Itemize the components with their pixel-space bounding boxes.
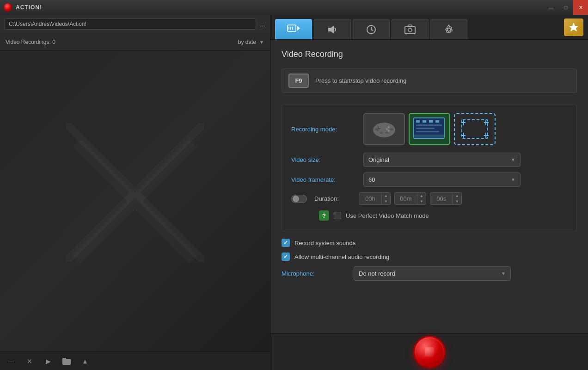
svg-point-26: [385, 132, 389, 134]
duration-hours-arrows: ▲ ▼: [381, 193, 390, 204]
svg-point-23: [388, 130, 390, 132]
recordings-count: Video Recordings: 0: [6, 39, 55, 45]
microphone-value: Do not record: [359, 270, 395, 277]
duration-label: Duration:: [314, 195, 351, 202]
svg-rect-27: [375, 128, 379, 130]
app-title: ACTION!: [16, 4, 42, 11]
mode-screen-button[interactable]: [409, 113, 450, 145]
svg-line-12: [371, 30, 373, 31]
recordings-header: Video Recordings: 0 by date ▼: [0, 33, 270, 51]
duration-toggle[interactable]: [291, 195, 307, 203]
hotkey-row: F9 Press to start/stop video recording: [282, 68, 577, 93]
video-size-arrow-icon: ▼: [511, 157, 515, 162]
record-button-highlight: [425, 347, 434, 357]
duration-minutes-down[interactable]: ▼: [417, 199, 426, 204]
path-options-button[interactable]: ...: [260, 20, 265, 28]
toolbar-play-button[interactable]: ▶: [42, 355, 55, 368]
video-framerate-arrow-icon: ▼: [511, 177, 515, 182]
tab-video[interactable]: [275, 19, 312, 39]
tab-audio[interactable]: [314, 19, 351, 39]
microphone-row: Microphone: Do not record ▼: [282, 266, 577, 281]
microphone-label: Microphone:: [282, 270, 346, 277]
duration-inputs: 00h ▲ ▼ 00m ▲ ▼: [359, 192, 462, 205]
svg-rect-29: [462, 120, 488, 138]
duration-hours-field: 00h ▲ ▼: [359, 192, 391, 205]
microphone-arrow-icon: ▼: [501, 271, 506, 276]
duration-seconds-arrows: ▲ ▼: [453, 193, 461, 204]
duration-seconds-field: 00s ▲ ▼: [430, 192, 462, 205]
duration-hours-value: 00h: [359, 193, 381, 204]
record-button[interactable]: [413, 336, 446, 368]
system-sounds-row: ✓ Record system sounds ✓ Allow multi-cha…: [282, 239, 577, 261]
record-system-sounds-checkbox[interactable]: ✓: [282, 239, 290, 247]
toolbar-remove-button[interactable]: ✕: [23, 355, 36, 368]
duration-hours-up[interactable]: ▲: [382, 193, 390, 199]
titlebar: ACTION! — □ ✕: [0, 0, 588, 15]
bottom-toolbar: — ✕ ▶ ▲: [0, 352, 270, 370]
perfect-match-label: Use Perfect Video Match mode: [346, 212, 429, 219]
hotkey-badge[interactable]: F9: [288, 74, 309, 88]
tab-screenshot[interactable]: [392, 19, 429, 39]
section-title: Video Recording: [282, 49, 577, 59]
svg-rect-28: [390, 128, 393, 130]
video-framerate-dropdown[interactable]: 60 ▼: [363, 173, 521, 187]
svg-rect-13: [405, 26, 415, 34]
titlebar-controls: — □ ✕: [544, 0, 588, 15]
svg-marker-5: [297, 26, 300, 31]
watermark: [0, 51, 270, 352]
video-size-dropdown[interactable]: Original ▼: [363, 153, 521, 167]
duration-row: Duration: 00h ▲ ▼ 00m ▲: [291, 192, 567, 205]
mode-gamepad-button[interactable]: [363, 113, 405, 145]
duration-minutes-up[interactable]: ▲: [417, 193, 426, 199]
sort-bar: by date ▼: [238, 39, 264, 45]
svg-point-16: [447, 28, 451, 31]
mode-region-button[interactable]: [454, 113, 496, 145]
video-size-value: Original: [368, 156, 389, 163]
multi-channel-row: ✓ Allow multi-channel audio recording: [282, 253, 577, 261]
perfect-match-row: ? Use Perfect Video Match mode: [291, 210, 567, 221]
path-display: C:\Users\Andrés\Videos\Action!: [5, 18, 256, 30]
record-system-sounds-label: Record system sounds: [294, 240, 355, 247]
duration-seconds-down[interactable]: ▼: [453, 199, 461, 204]
hotkey-description: Press to start/stop video recording: [315, 77, 406, 84]
duration-minutes-field: 00m ▲ ▼: [394, 192, 426, 205]
duration-minutes-value: 00m: [395, 193, 417, 204]
recording-mode-row: Recording mode:: [291, 113, 567, 145]
settings-section: Recording mode:: [282, 104, 577, 231]
tab-clock[interactable]: [353, 19, 390, 39]
svg-point-14: [408, 28, 412, 32]
video-framerate-label: Video framerate:: [291, 176, 356, 183]
mode-icons: [363, 113, 496, 145]
perfect-match-checkbox[interactable]: [334, 212, 341, 219]
svg-marker-17: [569, 23, 578, 31]
video-size-label: Video size:: [291, 156, 356, 163]
toolbar-minimize-button[interactable]: —: [5, 355, 18, 368]
perfect-match-help-button[interactable]: ?: [319, 210, 329, 221]
toolbar-upload-button[interactable]: ▲: [79, 355, 92, 368]
right-panel: Video Recording F9 Press to start/stop v…: [270, 15, 588, 370]
close-button[interactable]: ✕: [573, 0, 588, 15]
duration-hours-down[interactable]: ▼: [382, 199, 390, 204]
sort-arrow-icon[interactable]: ▼: [259, 39, 264, 45]
multi-channel-checkbox[interactable]: ✓: [282, 253, 290, 261]
duration-seconds-up[interactable]: ▲: [453, 193, 461, 199]
svg-point-24: [386, 128, 388, 130]
content-area: Video Recording F9 Press to start/stop v…: [270, 40, 588, 333]
tab-bar: [270, 15, 588, 40]
recordings-area: [0, 51, 270, 352]
svg-point-21: [388, 126, 390, 128]
left-panel: C:\Users\Andrés\Videos\Action! ... Video…: [0, 15, 270, 370]
tab-settings[interactable]: [430, 19, 467, 39]
video-framerate-row: Video framerate: 60 ▼: [291, 173, 567, 187]
microphone-dropdown[interactable]: Do not record ▼: [354, 266, 511, 281]
duration-seconds-value: 00s: [430, 193, 453, 204]
record-button-area: [270, 333, 588, 370]
toolbar-folder-button[interactable]: [60, 355, 73, 368]
minimize-button[interactable]: —: [544, 0, 558, 15]
multi-channel-label: Allow multi-channel audio recording: [294, 253, 389, 260]
recording-mode-label: Recording mode:: [291, 126, 356, 133]
svg-marker-9: [328, 25, 334, 34]
sort-label: by date: [238, 39, 256, 45]
maximize-button[interactable]: □: [558, 0, 573, 15]
duration-minutes-arrows: ▲ ▼: [417, 193, 426, 204]
